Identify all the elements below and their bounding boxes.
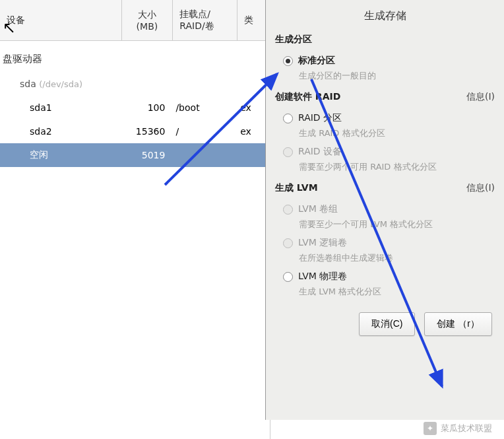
watermark-text: 菜瓜技术联盟: [441, 422, 492, 434]
create-storage-dialog: 生成存储 生成分区 标准分区 生成分区的一般目的 创建软件 RAID 信息(I)…: [265, 0, 504, 420]
watermark: ✦ 菜瓜技术联盟: [424, 422, 492, 435]
header-mount[interactable]: 挂载点/ RAID/卷: [173, 0, 237, 40]
create-lvm-section: 生成 LVM 信息(I) LVM 卷组 需要至少一个可用 LVM 格式化分区 L…: [266, 178, 504, 303]
header-device[interactable]: 设备: [0, 0, 122, 40]
create-button[interactable]: 创建 （r）: [424, 312, 492, 336]
create-partition-section: 生成分区 标准分区 生成分区的一般目的: [266, 30, 504, 87]
radio-description: 需要至少一个可用 LVM 格式化分区: [283, 217, 495, 233]
dialog-buttons: 取消(C) 创建 （r）: [266, 303, 504, 336]
table-body: 盘驱动器 sda (/dev/sda) sda1 100 /boot ex sd…: [0, 41, 270, 167]
radio-label-text: LVM 物理卷: [298, 271, 347, 283]
table-header-row: 设备 大小 (MB) 挂载点/ RAID/卷 类: [0, 0, 270, 41]
radio-icon: [283, 238, 293, 248]
radio-standard-partition[interactable]: 标准分区: [283, 51, 495, 68]
wechat-icon: ✦: [424, 422, 437, 435]
create-raid-section: 创建软件 RAID 信息(I) RAID 分区 生成 RAID 格式化分区 RA…: [266, 87, 504, 178]
radio-label-text: LVM 卷组: [298, 203, 338, 215]
radio-label-text: 标准分区: [298, 55, 335, 67]
dialog-title: 生成存储: [266, 0, 504, 30]
header-size[interactable]: 大小 (MB): [122, 0, 173, 40]
cell-size: 15360: [122, 126, 173, 137]
radio-raid-partition[interactable]: RAID 分区: [283, 108, 495, 125]
device-table-panel: ↖ 设备 大小 (MB) 挂载点/ RAID/卷 类 盘驱动器 sda (/de…: [0, 0, 270, 439]
radio-raid-device: RAID 设备: [283, 142, 495, 159]
disk-name: sda: [20, 79, 36, 89]
cancel-button[interactable]: 取消(C): [359, 312, 415, 336]
cell-size: 100: [122, 102, 173, 113]
cell-size: 5019: [122, 150, 173, 160]
radio-lvm-vg: LVM 卷组: [283, 199, 495, 217]
section-heading: 生成 LVM: [275, 182, 318, 198]
info-link-lvm[interactable]: 信息(I): [466, 182, 495, 194]
radio-icon: [283, 272, 293, 282]
cell-device: sda2: [0, 126, 122, 137]
cell-mount: /: [173, 126, 237, 137]
section-heading: 创建软件 RAID: [275, 91, 340, 107]
hard-disk-section: 盘驱动器: [0, 41, 270, 75]
radio-description: 需要至少两个可用 RAID 格式化分区: [283, 159, 495, 176]
radio-icon: [283, 114, 293, 123]
table-row[interactable]: sda1 100 /boot ex: [0, 96, 270, 119]
table-row-selected[interactable]: 空闲 5019: [0, 143, 270, 167]
radio-label-text: RAID 分区: [298, 112, 342, 124]
section-heading: 生成分区: [275, 34, 495, 50]
radio-description: 生成分区的一般目的: [283, 68, 495, 84]
info-link-raid[interactable]: 信息(I): [466, 91, 495, 103]
radio-icon: [283, 205, 293, 215]
radio-icon: [283, 56, 293, 66]
table-row[interactable]: sda2 15360 / ex: [0, 119, 270, 143]
cell-device: 空闲: [0, 149, 122, 161]
radio-icon: [283, 147, 293, 157]
radio-description: 在所选卷组中生成逻辑卷: [283, 250, 495, 267]
radio-lvm-pv[interactable]: LVM 物理卷: [283, 267, 495, 284]
disk-path: (/dev/sda): [39, 79, 82, 89]
radio-description: 生成 LVM 格式化分区: [283, 284, 495, 300]
radio-description: 生成 RAID 格式化分区: [283, 125, 495, 142]
radio-label-text: LVM 逻辑卷: [298, 237, 347, 249]
cell-device: sda1: [0, 102, 122, 113]
radio-label-text: RAID 设备: [298, 146, 342, 158]
radio-lvm-lv: LVM 逻辑卷: [283, 233, 495, 250]
cell-mount: /boot: [173, 102, 237, 113]
disk-sda[interactable]: sda (/dev/sda): [0, 75, 270, 96]
